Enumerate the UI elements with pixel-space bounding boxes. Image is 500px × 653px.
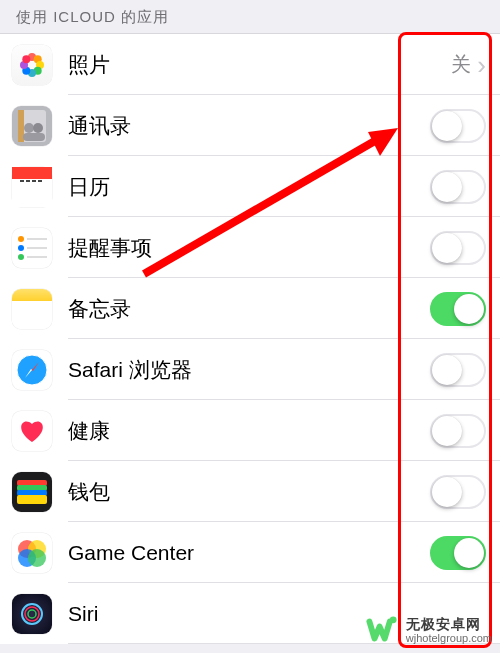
svg-point-36 xyxy=(28,549,46,567)
svg-point-38 xyxy=(25,607,39,621)
row-safari[interactable]: Safari 浏览器 xyxy=(0,339,500,400)
row-calendar[interactable]: 日历 xyxy=(0,156,500,217)
contacts-icon xyxy=(12,106,52,146)
svg-rect-32 xyxy=(17,495,47,504)
row-gamecenter[interactable]: Game Center xyxy=(0,522,500,583)
svg-rect-15 xyxy=(20,180,24,182)
row-safari-toggle[interactable] xyxy=(430,353,486,387)
watermark-title: 无极安卓网 xyxy=(406,616,492,632)
row-reminders[interactable]: 提醒事项 xyxy=(0,217,500,278)
row-gamecenter-toggle[interactable] xyxy=(430,536,486,570)
photos-icon xyxy=(12,45,52,85)
row-photos-label: 照片 xyxy=(68,51,451,79)
row-notes-toggle[interactable] xyxy=(430,292,486,326)
watermark: 无极安卓网 wjhotelgroup.com xyxy=(366,613,492,647)
svg-rect-20 xyxy=(27,238,47,240)
calendar-icon xyxy=(12,167,52,207)
settings-list: 照片 关 › 通讯录 日历 提醒事项 备忘录 xyxy=(0,33,500,644)
svg-point-19 xyxy=(18,236,24,242)
svg-rect-12 xyxy=(23,133,45,141)
row-calendar-label: 日历 xyxy=(68,173,430,201)
row-wallet-toggle[interactable] xyxy=(430,475,486,509)
gamecenter-icon xyxy=(12,533,52,573)
row-health-toggle[interactable] xyxy=(430,414,486,448)
svg-rect-24 xyxy=(27,256,47,258)
svg-rect-16 xyxy=(26,180,30,182)
watermark-url: wjhotelgroup.com xyxy=(406,632,492,645)
svg-rect-22 xyxy=(27,247,47,249)
row-reminders-toggle[interactable] xyxy=(430,231,486,265)
row-photos-value: 关 xyxy=(451,51,471,78)
row-health-label: 健康 xyxy=(68,417,430,445)
notes-icon xyxy=(12,289,52,329)
section-header: 使用 ICLOUD 的应用 xyxy=(0,0,500,33)
row-contacts-label: 通讯录 xyxy=(68,112,430,140)
watermark-logo-icon xyxy=(366,613,400,647)
row-health[interactable]: 健康 xyxy=(0,400,500,461)
row-gamecenter-label: Game Center xyxy=(68,541,430,565)
svg-point-11 xyxy=(33,123,43,133)
wallet-icon xyxy=(12,472,52,512)
row-wallet[interactable]: 钱包 xyxy=(0,461,500,522)
svg-point-7 xyxy=(22,55,30,63)
svg-point-23 xyxy=(18,254,24,260)
svg-rect-14 xyxy=(12,179,52,207)
row-safari-label: Safari 浏览器 xyxy=(68,356,430,384)
row-calendar-toggle[interactable] xyxy=(430,170,486,204)
row-notes-label: 备忘录 xyxy=(68,295,430,323)
row-contacts[interactable]: 通讯录 xyxy=(0,95,500,156)
siri-icon xyxy=(12,594,52,634)
row-notes[interactable]: 备忘录 xyxy=(0,278,500,339)
svg-point-10 xyxy=(24,123,34,133)
svg-point-39 xyxy=(28,610,36,618)
row-reminders-label: 提醒事项 xyxy=(68,234,430,262)
row-contacts-toggle[interactable] xyxy=(430,109,486,143)
reminders-icon xyxy=(12,228,52,268)
section-header-text: 使用 ICLOUD 的应用 xyxy=(16,8,169,25)
row-photos[interactable]: 照片 关 › xyxy=(0,34,500,95)
row-wallet-label: 钱包 xyxy=(68,478,430,506)
svg-rect-13 xyxy=(12,167,52,179)
svg-rect-18 xyxy=(38,180,42,182)
chevron-right-icon: › xyxy=(477,52,486,78)
svg-rect-17 xyxy=(32,180,36,182)
health-icon xyxy=(12,411,52,451)
safari-icon xyxy=(12,350,52,390)
svg-point-21 xyxy=(18,245,24,251)
